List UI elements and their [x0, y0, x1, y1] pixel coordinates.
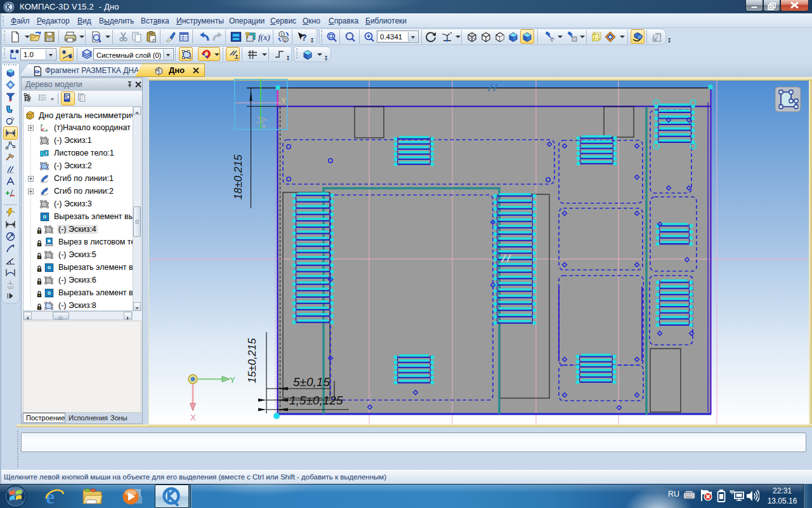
svg-text:1,5±0,125: 1,5±0,125	[289, 394, 343, 407]
svg-text:5±0,15: 5±0,15	[293, 375, 330, 389]
svg-text:X: X	[190, 413, 196, 422]
svg-text:f(x): f(x)	[258, 32, 270, 42]
svg-text:15±0,215: 15±0,215	[246, 338, 258, 383]
svg-text:Y: Y	[281, 97, 286, 105]
svg-text:?: ?	[245, 30, 250, 40]
svg-text:Y: Y	[230, 375, 235, 385]
svg-text:?: ?	[301, 32, 307, 43]
svg-text:2: 2	[284, 37, 287, 43]
svg-text:1: 1	[280, 32, 283, 37]
svg-text:18±0,215: 18±0,215	[232, 154, 244, 199]
